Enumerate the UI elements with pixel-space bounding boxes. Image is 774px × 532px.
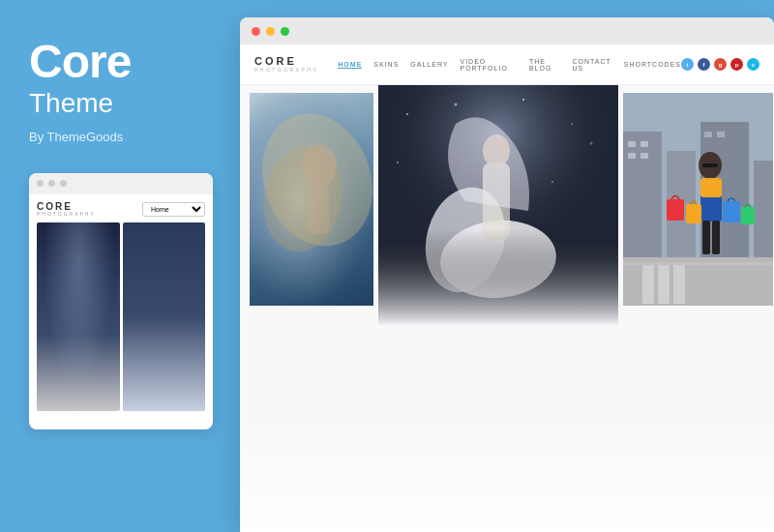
- gallery-col-left: [250, 85, 373, 532]
- social-google[interactable]: g: [714, 58, 727, 71]
- site-nav-links: HOME SKINS GALLERY VIDEO PORTFOLIO THE B…: [338, 58, 681, 72]
- svg-rect-41: [667, 199, 684, 221]
- mini-titlebar: [29, 173, 213, 194]
- mini-logo-row: CORE PHOTOGRAPHY Home: [37, 202, 205, 217]
- svg-rect-24: [628, 141, 636, 147]
- svg-point-3: [302, 144, 337, 187]
- sidebar: Core Theme By ThemeGoods CORE PHOTOGRAPH…: [0, 0, 232, 532]
- social-twitter[interactable]: t: [681, 58, 694, 71]
- nav-home[interactable]: HOME: [338, 61, 362, 69]
- svg-rect-33: [658, 265, 670, 304]
- svg-rect-26: [628, 153, 636, 159]
- site-social-icons: t f g p v: [681, 58, 759, 71]
- nav-the-blog[interactable]: THE BLOG: [529, 58, 561, 72]
- gallery-area: [240, 85, 774, 532]
- svg-rect-18: [378, 85, 618, 325]
- site-navbar: CORE PHOTOGRAPHY HOME SKINS GALLERY VIDE…: [240, 44, 774, 85]
- mini-image-row: [37, 222, 205, 411]
- mini-figure: [37, 222, 120, 411]
- site-logo-sub: PHOTOGRAPHY: [254, 67, 318, 73]
- svg-rect-38: [700, 178, 722, 197]
- mini-dot-1: [37, 180, 44, 187]
- titlebar-dot-green[interactable]: [281, 27, 289, 36]
- browser-content: CORE PHOTOGRAPHY HOME SKINS GALLERY VIDE…: [240, 44, 774, 532]
- mini-dot-2: [48, 180, 55, 187]
- svg-rect-40: [712, 221, 720, 254]
- svg-rect-29: [717, 132, 725, 137]
- mini-nav-dropdown[interactable]: Home: [142, 202, 205, 217]
- mini-logo: CORE PHOTOGRAPHY: [37, 202, 96, 217]
- mini-card-body: CORE PHOTOGRAPHY Home: [29, 194, 213, 411]
- nav-skins[interactable]: SKINS: [373, 61, 399, 68]
- mini-main-image: [37, 222, 120, 411]
- gallery-grid: [240, 85, 774, 532]
- social-facebook[interactable]: f: [698, 58, 710, 71]
- svg-rect-4: [308, 186, 329, 234]
- nav-contact-us[interactable]: CONTACT US: [573, 58, 612, 72]
- svg-rect-32: [642, 265, 654, 304]
- svg-rect-39: [702, 221, 710, 254]
- sidebar-subtitle: Theme: [29, 87, 203, 120]
- svg-rect-34: [673, 265, 685, 304]
- svg-rect-44: [741, 207, 755, 224]
- image-white-dress: [378, 85, 618, 325]
- mini-logo-sub: PHOTOGRAPHY: [37, 212, 96, 217]
- mini-dot-3: [60, 180, 67, 187]
- browser-window: CORE PHOTOGRAPHY HOME SKINS GALLERY VIDE…: [240, 17, 774, 532]
- sidebar-title: Core: [29, 39, 203, 85]
- svg-rect-31: [623, 262, 773, 265]
- nav-video-portfolio[interactable]: VIDEO PORTFOLIO: [461, 58, 518, 72]
- svg-rect-43: [723, 201, 740, 222]
- nav-shortcodes[interactable]: SHORTCODES: [624, 61, 681, 68]
- svg-rect-28: [704, 132, 712, 137]
- mini-preview-card: CORE PHOTOGRAPHY Home: [29, 173, 213, 429]
- social-pinterest[interactable]: p: [730, 58, 743, 71]
- mini-side-image: [123, 222, 206, 411]
- svg-rect-42: [686, 204, 701, 223]
- social-vimeo[interactable]: v: [747, 58, 759, 71]
- browser-titlebar: [240, 17, 774, 44]
- site-logo-text: CORE: [254, 56, 318, 67]
- site-logo: CORE PHOTOGRAPHY: [254, 56, 318, 73]
- gallery-col-right: [623, 85, 773, 532]
- svg-rect-36: [702, 163, 718, 167]
- svg-rect-25: [640, 141, 648, 147]
- svg-rect-27: [640, 153, 648, 159]
- gallery-col-center: [378, 85, 618, 532]
- nav-gallery[interactable]: GALLERY: [410, 61, 448, 68]
- sidebar-by: By ThemeGoods: [29, 130, 203, 144]
- image-shopping: [623, 93, 773, 306]
- titlebar-dot-red[interactable]: [252, 27, 260, 36]
- titlebar-dot-yellow[interactable]: [266, 27, 275, 36]
- image-flowing-hair: [250, 93, 373, 306]
